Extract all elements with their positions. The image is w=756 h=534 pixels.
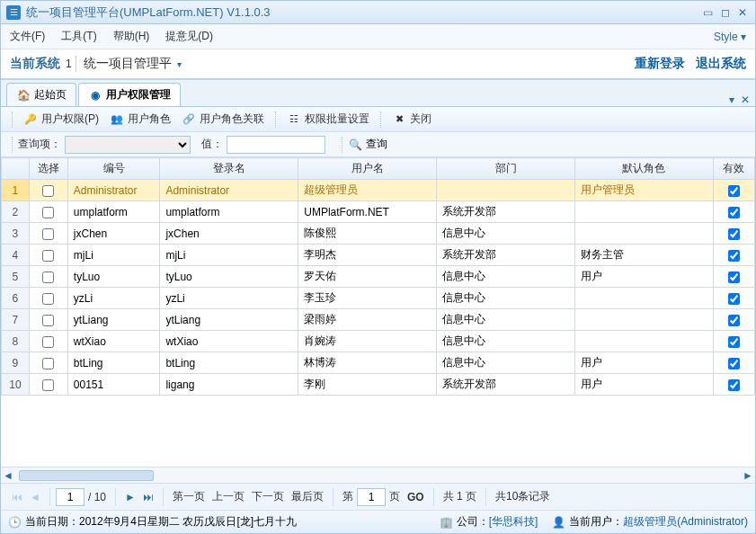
row-valid-cell[interactable]	[713, 223, 754, 245]
pager-last-icon[interactable]: ⏭	[139, 488, 157, 506]
table-row[interactable]: 3jxChenjxChen陈俊熙信息中心	[2, 223, 755, 245]
row-valid-checkbox[interactable]	[728, 293, 740, 305]
menu-feedback[interactable]: 提意见(D)	[165, 29, 213, 44]
user-role-button[interactable]: 👥 用户角色	[104, 110, 176, 129]
row-select-cell[interactable]	[29, 245, 67, 266]
pager-first-icon[interactable]: ⏮	[8, 488, 26, 506]
minimize-button[interactable]: ▭	[700, 6, 715, 19]
col-role[interactable]: 默认角色	[574, 158, 713, 180]
row-checkbox[interactable]	[42, 315, 54, 326]
logout-link[interactable]: 退出系统	[696, 56, 746, 72]
row-number: 3	[2, 223, 30, 245]
scroll-right-icon[interactable]: ►	[741, 469, 755, 482]
row-valid-cell[interactable]	[713, 180, 754, 201]
table-row[interactable]: 9btLingbtLing林博涛信息中心用户	[2, 352, 755, 374]
perm-batch-button[interactable]: ☷ 权限批量设置	[281, 110, 375, 129]
col-id[interactable]: 编号	[67, 158, 160, 180]
query-button[interactable]: 🔍 查询	[348, 137, 387, 152]
row-valid-cell[interactable]	[713, 288, 754, 309]
pager-first-link[interactable]: 第一页	[173, 489, 205, 504]
maximize-button[interactable]: ◻	[718, 6, 733, 19]
table-row[interactable]: 7ytLiangytLiang梁雨婷信息中心	[2, 309, 755, 331]
row-valid-cell[interactable]	[713, 352, 754, 374]
table-row[interactable]: 6yzLiyzLi李玉珍信息中心	[2, 288, 755, 309]
row-id: jxChen	[67, 223, 160, 245]
row-valid-cell[interactable]	[713, 245, 754, 266]
table-row[interactable]: 8wtXiaowtXiao肖婉涛信息中心	[2, 331, 755, 352]
row-select-cell[interactable]	[29, 266, 67, 288]
row-valid-cell[interactable]	[713, 374, 754, 396]
row-valid-cell[interactable]	[713, 331, 754, 352]
col-login[interactable]: 登录名	[160, 158, 298, 180]
table-row[interactable]: 4mjLimjLi李明杰系统开发部财务主管	[2, 245, 755, 266]
query-value-input[interactable]	[227, 136, 325, 154]
row-select-cell[interactable]	[29, 352, 67, 374]
menu-file[interactable]: 文件(F)	[10, 29, 45, 44]
row-checkbox[interactable]	[42, 271, 54, 283]
col-dept[interactable]: 部门	[437, 158, 575, 180]
pager-go-button[interactable]: GO	[407, 491, 424, 503]
table-row[interactable]: 1AdministratorAdministrator超级管理员用户管理员	[2, 180, 755, 201]
row-valid-checkbox[interactable]	[728, 207, 740, 218]
menu-tools[interactable]: 工具(T)	[61, 29, 96, 44]
row-checkbox[interactable]	[42, 207, 54, 218]
scroll-thumb[interactable]	[19, 470, 154, 481]
row-checkbox[interactable]	[42, 250, 54, 262]
tab-menu-icon[interactable]: ▾	[729, 93, 734, 106]
row-valid-checkbox[interactable]	[728, 185, 740, 197]
row-valid-cell[interactable]	[713, 266, 754, 288]
scroll-left-icon[interactable]: ◄	[1, 469, 15, 482]
row-select-cell[interactable]	[29, 201, 67, 223]
close-window-button[interactable]: ✕	[735, 6, 750, 19]
user-role-relation-button[interactable]: 🔗 用户角色关联	[176, 110, 270, 129]
table-row[interactable]: 1000151ligang李刚系统开发部用户	[2, 374, 755, 396]
close-tab-button[interactable]: ✖ 关闭	[387, 110, 437, 129]
pager-last-link[interactable]: 最后页	[291, 489, 324, 504]
row-select-cell[interactable]	[29, 223, 67, 245]
row-checkbox[interactable]	[42, 228, 54, 240]
col-valid[interactable]: 有效	[713, 158, 754, 180]
row-select-cell[interactable]	[29, 374, 67, 396]
user-permission-button[interactable]: 🔑 用户权限(P)	[18, 110, 104, 129]
relogin-link[interactable]: 重新登录	[635, 56, 685, 72]
pager-next-link[interactable]: 下一页	[252, 489, 284, 504]
pager-jump-input[interactable]	[357, 488, 386, 506]
pager-prev-icon[interactable]: ◄	[26, 488, 44, 506]
query-field-select[interactable]	[65, 136, 191, 154]
menu-help[interactable]: 帮助(H)	[113, 29, 150, 44]
col-select[interactable]: 选择	[29, 158, 67, 180]
row-checkbox[interactable]	[42, 358, 54, 369]
tab-user-permissions[interactable]: ◉ 用户权限管理	[78, 83, 181, 106]
row-valid-checkbox[interactable]	[728, 336, 740, 348]
tab-close-icon[interactable]: ✕	[741, 93, 750, 106]
row-checkbox[interactable]	[42, 185, 54, 197]
row-valid-checkbox[interactable]	[728, 228, 740, 240]
row-select-cell[interactable]	[29, 309, 67, 331]
style-dropdown[interactable]: Style ▾	[714, 31, 746, 43]
pager-next-icon[interactable]: ►	[121, 488, 139, 506]
row-select-cell[interactable]	[29, 180, 67, 201]
table-row[interactable]: 5tyLuotyLuo罗天佑信息中心用户	[2, 266, 755, 288]
tab-start[interactable]: 🏠 起始页	[6, 83, 76, 106]
pager-prev-link[interactable]: 上一页	[212, 489, 245, 504]
row-checkbox[interactable]	[42, 293, 54, 305]
system-dropdown-icon[interactable]: ▾	[177, 59, 182, 69]
row-valid-cell[interactable]	[713, 201, 754, 223]
row-select-cell[interactable]	[29, 288, 67, 309]
row-valid-checkbox[interactable]	[728, 271, 740, 283]
pager-page-input[interactable]	[56, 488, 84, 506]
col-rownum[interactable]	[2, 158, 30, 180]
row-select-cell[interactable]	[29, 331, 67, 352]
table-row[interactable]: 2umplatformumplatformUMPlatForm.NET系统开发部	[2, 201, 755, 223]
row-valid-checkbox[interactable]	[728, 379, 740, 391]
horizontal-scrollbar[interactable]: ◄ ►	[1, 467, 755, 483]
row-valid-checkbox[interactable]	[728, 315, 740, 326]
row-valid-checkbox[interactable]	[728, 250, 740, 262]
row-checkbox[interactable]	[42, 336, 54, 348]
col-username[interactable]: 用户名	[298, 158, 437, 180]
row-valid-checkbox[interactable]	[728, 358, 740, 369]
row-checkbox[interactable]	[42, 379, 54, 391]
row-valid-cell[interactable]	[713, 309, 754, 331]
row-role: 用户	[574, 352, 713, 374]
row-id: tyLuo	[67, 266, 160, 288]
